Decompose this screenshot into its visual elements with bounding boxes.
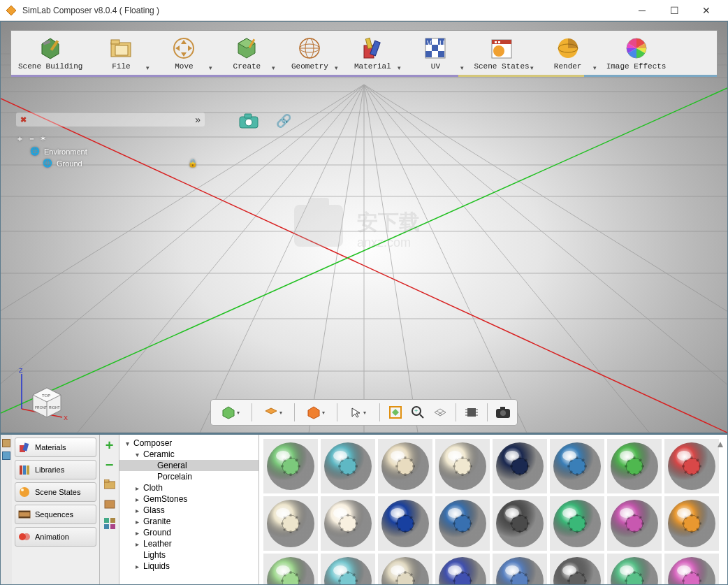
scroll-up-icon[interactable] bbox=[716, 440, 725, 449]
camera-icon[interactable] bbox=[238, 113, 259, 129]
material-tree[interactable]: ▾Composer▾CeramicGeneralPorcelain▸Cloth▸… bbox=[119, 435, 259, 584]
ribbon-image-effects[interactable]: Image Effects bbox=[599, 31, 674, 75]
fit-view-tool[interactable] bbox=[386, 403, 405, 422]
ribbon-label: Scene Building bbox=[18, 62, 82, 71]
svg-marker-79 bbox=[392, 409, 399, 416]
panel-tab-sequences[interactable]: Sequences bbox=[15, 505, 96, 524]
material-swatch[interactable] bbox=[607, 439, 662, 493]
material-swatch[interactable] bbox=[321, 496, 375, 551]
cube-orange-tool[interactable]: ▾ bbox=[300, 403, 331, 422]
scene-search-input[interactable]: ✖ » bbox=[16, 113, 205, 127]
material-swatch[interactable] bbox=[607, 554, 662, 584]
add-icon[interactable]: + bbox=[103, 439, 116, 452]
material-swatch[interactable] bbox=[378, 496, 432, 551]
tree-node-porcelain[interactable]: Porcelain bbox=[119, 471, 259, 482]
clear-search-icon[interactable]: ✖ bbox=[20, 115, 27, 124]
minus-icon[interactable]: － bbox=[28, 133, 36, 144]
svg-marker-83 bbox=[435, 409, 446, 416]
material-swatch[interactable] bbox=[550, 554, 604, 584]
cube-green-tool[interactable]: ▾ bbox=[215, 403, 246, 422]
material-swatch[interactable] bbox=[321, 554, 375, 584]
tree-node-liquids[interactable]: ▸Liquids bbox=[119, 561, 259, 572]
svg-marker-0 bbox=[6, 6, 16, 15]
tree-arrow-icon: ▸ bbox=[133, 496, 140, 503]
tree-node-leather[interactable]: ▸Leather bbox=[119, 538, 259, 549]
tree-node-composer[interactable]: ▾Composer bbox=[119, 438, 259, 449]
chip-tool[interactable] bbox=[462, 403, 481, 422]
material-swatch[interactable] bbox=[435, 554, 490, 584]
panel-tab-scene-states[interactable]: Scene States bbox=[15, 482, 96, 502]
lock-icon[interactable]: 🔒 bbox=[188, 159, 198, 168]
plus-icon[interactable]: ＋ bbox=[16, 133, 24, 144]
material-swatch[interactable] bbox=[550, 496, 604, 551]
gear-icon[interactable]: ✶ bbox=[40, 134, 46, 143]
material-swatch[interactable] bbox=[664, 554, 719, 584]
maximize-button[interactable]: ☐ bbox=[658, 0, 690, 21]
material-swatch[interactable] bbox=[493, 554, 547, 584]
material-swatch[interactable] bbox=[493, 496, 547, 551]
camera-tool[interactable] bbox=[493, 403, 513, 422]
close-button[interactable]: ✕ bbox=[690, 0, 722, 21]
material-swatch[interactable] bbox=[263, 496, 318, 551]
material-swatch[interactable] bbox=[550, 439, 604, 493]
ribbon-material[interactable]: Material▾ bbox=[341, 31, 404, 75]
material-swatch[interactable] bbox=[607, 496, 662, 551]
tree-item-ground[interactable]: 🌐 Ground 🔒 bbox=[43, 157, 205, 169]
axis-gizmo[interactable]: Z X TOP FRONT RIGHT bbox=[13, 366, 69, 424]
ribbon-create[interactable]: Create▾ bbox=[215, 31, 278, 75]
package-icon[interactable] bbox=[103, 498, 116, 510]
svg-point-258 bbox=[448, 508, 462, 518]
tree-node-ground[interactable]: ▸Ground bbox=[119, 527, 259, 538]
ribbon-move[interactable]: Move▾ bbox=[152, 31, 215, 75]
material-swatch[interactable] bbox=[263, 439, 318, 493]
material-swatch[interactable] bbox=[664, 439, 719, 493]
svg-line-304 bbox=[685, 528, 687, 530]
material-swatch[interactable] bbox=[378, 554, 432, 584]
tree-node-label: Composer bbox=[133, 438, 172, 448]
tree-node-label: Liquids bbox=[143, 561, 170, 571]
svg-point-52 bbox=[493, 45, 504, 57]
material-swatch[interactable] bbox=[321, 439, 375, 493]
cursor-tool[interactable]: ▾ bbox=[343, 403, 374, 422]
zoom-tool[interactable]: + bbox=[408, 403, 428, 422]
material-swatch[interactable] bbox=[378, 439, 432, 493]
ribbon-geometry[interactable]: Geometry▾ bbox=[278, 31, 341, 75]
viewport-3d[interactable]: Scene BuildingFile▾Move▾Create▾Geometry▾… bbox=[1, 22, 727, 433]
tree-node-label: GemStones bbox=[143, 494, 187, 504]
panel-tab-animation[interactable]: Animation bbox=[15, 527, 96, 547]
svg-text:TOP: TOP bbox=[42, 393, 50, 398]
tree-node-lights[interactable]: Lights bbox=[119, 549, 259, 561]
link-icon[interactable]: 🔗 bbox=[276, 113, 291, 129]
ribbon-render[interactable]: Render▾ bbox=[537, 31, 599, 75]
grid-view-icon[interactable] bbox=[103, 517, 116, 530]
tree-node-granite[interactable]: ▸Granite bbox=[119, 516, 259, 527]
folder-icon[interactable] bbox=[103, 478, 116, 491]
tree-node-gemstones[interactable]: ▸GemStones bbox=[119, 493, 259, 505]
material-swatch[interactable] bbox=[435, 496, 490, 551]
remove-icon[interactable]: − bbox=[103, 458, 116, 471]
grid-orange-tool[interactable]: ▾ bbox=[258, 403, 289, 422]
tree-node-general[interactable]: General bbox=[119, 460, 259, 471]
ribbon-file[interactable]: File▾ bbox=[89, 31, 152, 75]
material-swatch[interactable] bbox=[263, 554, 318, 584]
minimize-button[interactable]: ─ bbox=[626, 0, 658, 21]
tree-item-environment[interactable]: 🌐 Environment bbox=[30, 145, 205, 157]
ribbon-scene-states[interactable]: Scene States▾ bbox=[467, 31, 536, 75]
ribbon-scene-building[interactable]: Scene Building bbox=[11, 31, 89, 75]
ribbon-uv[interactable]: VUUV▾ bbox=[404, 31, 467, 75]
panel-toggle-a[interactable] bbox=[2, 439, 10, 447]
material-swatch[interactable] bbox=[493, 439, 547, 493]
panel-tab-materials[interactable]: Materials bbox=[15, 438, 96, 457]
panel-toggle-b[interactable] bbox=[2, 452, 10, 460]
tree-node-glass[interactable]: ▸Glass bbox=[119, 505, 259, 516]
material-swatch[interactable] bbox=[435, 439, 490, 493]
expand-search-icon[interactable]: » bbox=[195, 114, 201, 125]
tree-node-ceramic[interactable]: ▾Ceramic bbox=[119, 449, 259, 460]
chevron-down-icon: ▾ bbox=[146, 64, 150, 71]
panel-tab-libraries[interactable]: Libraries bbox=[15, 460, 96, 479]
svg-point-402 bbox=[677, 565, 691, 575]
svg-line-136 bbox=[341, 471, 343, 473]
tree-node-cloth[interactable]: ▸Cloth bbox=[119, 482, 259, 493]
grid-tool[interactable] bbox=[430, 403, 450, 422]
material-swatch[interactable] bbox=[664, 496, 719, 551]
